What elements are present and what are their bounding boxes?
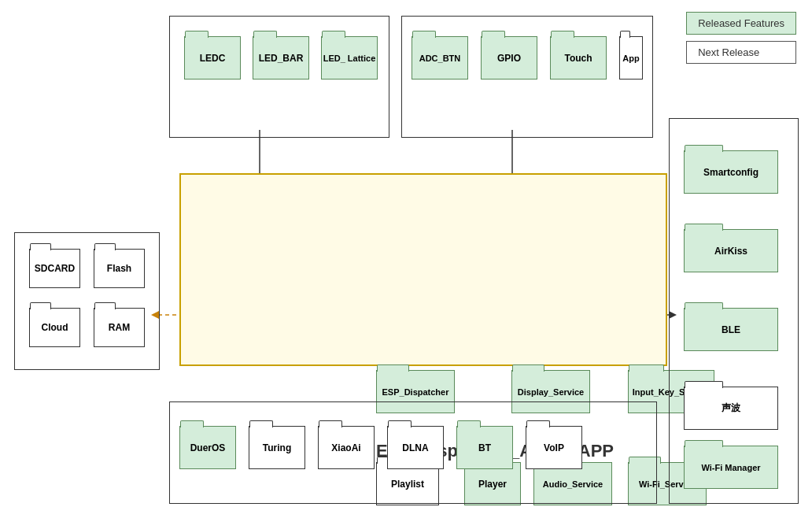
folder-adc-btn: ADC_BTN	[412, 36, 468, 80]
folder-gpio: GPIO	[481, 36, 537, 80]
folder-ble: BLE	[684, 308, 778, 351]
folder-flash: Flash	[94, 249, 145, 288]
top-right-container: ADC_BTN GPIO Touch App	[401, 16, 653, 138]
folder-dlna: DLNA	[387, 426, 444, 469]
folder-bt: BT	[456, 426, 513, 469]
folder-led-lattice: LED_ Lattice	[321, 36, 378, 80]
storage-container: SDCARD Flash Cloud RAM	[14, 232, 160, 370]
legend-next: Next Release	[686, 41, 796, 64]
bottom-container: DuerOS Turing XiaoAi DLNA BT VoIP	[169, 401, 657, 504]
folder-turing: Turing	[249, 426, 305, 469]
folder-dueros: DuerOS	[179, 426, 236, 469]
folder-wifi-manager: Wi-Fi Manager	[684, 446, 778, 489]
legend-released: Released Features	[686, 12, 796, 35]
folder-sdcard: SDCARD	[29, 249, 80, 288]
folder-airkiss: AirKiss	[684, 229, 778, 272]
folder-ram: RAM	[94, 308, 145, 347]
folder-smartconfig: Smartconfig	[684, 150, 778, 194]
folder-app: App	[619, 36, 643, 80]
right-container: Smartconfig AirKiss BLE 声波 Wi-Fi Manager	[669, 118, 799, 504]
folder-shengbo: 声波	[684, 387, 778, 430]
folder-ledc: LEDC	[184, 36, 241, 80]
main-yellow-container: ESP_Dispatcher_Audio_APP ESP_Dispatcher …	[179, 173, 667, 366]
folder-touch: Touch	[550, 36, 607, 80]
folder-voip: VoIP	[526, 426, 582, 469]
folder-cloud: Cloud	[29, 308, 80, 347]
top-left-container: LEDC LED_BAR LED_ Lattice	[169, 16, 389, 138]
legend: Released Features Next Release	[686, 12, 796, 64]
folder-led-bar: LED_BAR	[253, 36, 309, 80]
folder-xiaoai: XiaoAi	[318, 426, 375, 469]
